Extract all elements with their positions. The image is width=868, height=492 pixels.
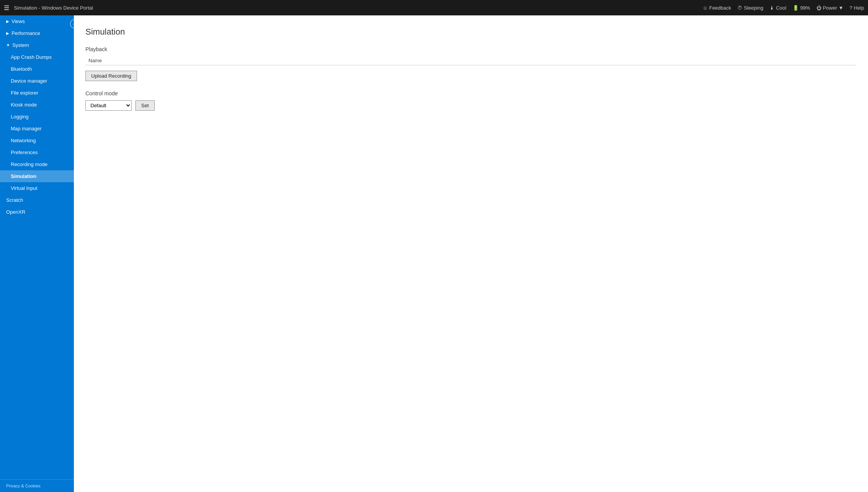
- menu-icon[interactable]: ☰: [4, 4, 9, 12]
- cool-icon: 🌡: [770, 5, 775, 11]
- control-mode-section: Control mode Default Manual Auto Set: [85, 90, 856, 111]
- power-icon: ⏻: [816, 5, 821, 11]
- page-title: Simulation: [85, 27, 856, 37]
- feedback-icon: ☺: [703, 5, 708, 11]
- sidebar-item-map-manager[interactable]: Map manager: [0, 123, 74, 135]
- battery-icon: 🔋: [793, 5, 799, 11]
- control-mode-label: Control mode: [85, 90, 856, 96]
- playback-col-name: Name: [85, 56, 558, 65]
- sleeping-button[interactable]: ⏱ Sleeping: [737, 5, 763, 11]
- topbar-actions: ☺ Feedback ⏱ Sleeping 🌡 Cool 🔋 99% ⏻ Pow…: [703, 5, 864, 11]
- main-layout: ◀ ▶ Views ▶ Performance ▼ System App Cra…: [0, 15, 868, 492]
- playback-label: Playback: [85, 46, 856, 52]
- views-arrow-icon: ▶: [6, 19, 9, 23]
- playback-section: Playback Name Upload Recording: [85, 46, 856, 81]
- playback-table: Name: [85, 56, 856, 65]
- sidebar-item-device-manager[interactable]: Device manager: [0, 75, 74, 87]
- sleeping-icon: ⏱: [737, 5, 742, 11]
- sidebar-item-recording-mode[interactable]: Recording mode: [0, 158, 74, 170]
- sidebar-item-openxr[interactable]: OpenXR: [0, 206, 74, 218]
- help-icon: ?: [850, 5, 852, 11]
- power-button[interactable]: ⏻ Power ▼: [816, 5, 843, 11]
- performance-arrow-icon: ▶: [6, 31, 9, 35]
- playback-col-empty2: [707, 56, 856, 65]
- feedback-button[interactable]: ☺ Feedback: [703, 5, 731, 11]
- system-arrow-icon: ▼: [6, 43, 10, 47]
- battery-button[interactable]: 🔋 99%: [793, 5, 810, 11]
- help-button[interactable]: ? Help: [850, 5, 864, 11]
- sidebar-item-kiosk-mode[interactable]: Kiosk mode: [0, 99, 74, 111]
- sidebar-sub-items: App Crash Dumps Bluetooth Device manager…: [0, 51, 74, 194]
- control-mode-select[interactable]: Default Manual Auto: [85, 100, 132, 111]
- content-area: Simulation Playback Name Upload Recordin…: [74, 15, 868, 492]
- sidebar-item-simulation[interactable]: Simulation: [0, 170, 74, 182]
- sidebar-item-logging[interactable]: Logging: [0, 111, 74, 123]
- app-title: Simulation - Windows Device Portal: [14, 5, 703, 11]
- topbar: ☰ Simulation - Windows Device Portal ☺ F…: [0, 0, 868, 15]
- sidebar-item-preferences[interactable]: Preferences: [0, 146, 74, 158]
- playback-col-empty1: [558, 56, 707, 65]
- upload-recording-button[interactable]: Upload Recording: [85, 71, 137, 81]
- sidebar: ◀ ▶ Views ▶ Performance ▼ System App Cra…: [0, 15, 74, 492]
- sidebar-item-app-crash-dumps[interactable]: App Crash Dumps: [0, 51, 74, 63]
- sidebar-item-bluetooth[interactable]: Bluetooth: [0, 63, 74, 75]
- sidebar-item-virtual-input[interactable]: Virtual Input: [0, 182, 74, 194]
- sidebar-item-system[interactable]: ▼ System: [0, 39, 74, 51]
- set-button[interactable]: Set: [135, 100, 155, 111]
- privacy-cookies-link[interactable]: Privacy & Cookies: [0, 479, 74, 492]
- sidebar-item-performance[interactable]: ▶ Performance: [0, 27, 74, 39]
- sidebar-item-networking[interactable]: Networking: [0, 135, 74, 146]
- cool-button[interactable]: 🌡 Cool: [770, 5, 786, 11]
- control-mode-row: Default Manual Auto Set: [85, 100, 856, 111]
- sidebar-item-scratch[interactable]: Scratch: [0, 194, 74, 206]
- sidebar-item-views[interactable]: ▶ Views: [0, 15, 74, 27]
- sidebar-item-file-explorer[interactable]: File explorer: [0, 87, 74, 99]
